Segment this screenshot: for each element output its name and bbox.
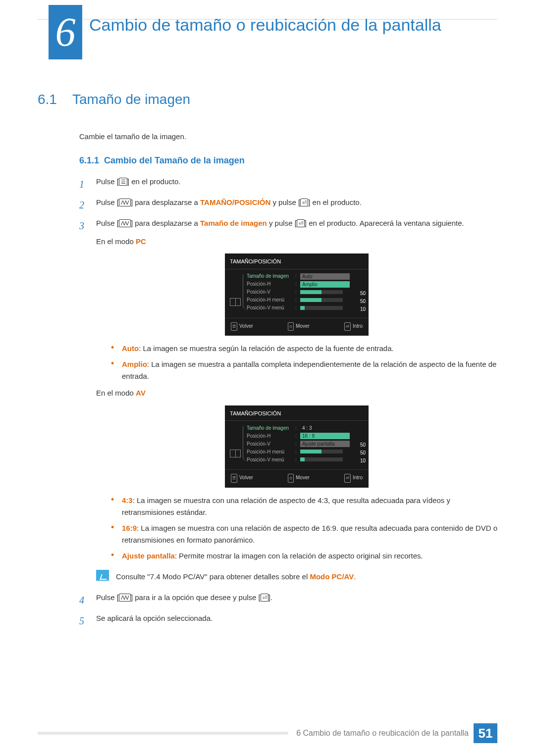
updown-icon: ᐱ/ᐯ [119,199,131,206]
page-footer: 6 Cambio de tamaño o reubicación de la p… [38,723,497,743]
bullet-text: : La imagen se muestra según la relación… [139,344,394,353]
section-heading: 6.1Tamaño de imagen [38,92,497,107]
bullet-icon: • [111,343,115,354]
osd-bar [300,298,343,302]
step-number: 5 [79,611,87,630]
step-text: Pulse [ᐱ/ᐯ] para ir a la opción que dese… [96,591,497,609]
text: ] para desplazarse a [131,219,200,227]
footer-text: 6 Cambio de tamaño o reubicación de la p… [296,729,469,738]
bullets-av: •4:3: La imagen se muestra con una relac… [111,495,497,562]
osd-title: TAMAÑO/POSICIÓN [225,405,369,421]
bullet-term: 4:3 [122,496,133,504]
enter-icon: ⏎ [300,199,308,206]
osd-value: 10 [360,304,366,314]
text: En el modo [96,237,136,246]
text: ] para desplazarse a [131,198,200,206]
text: y pulse [ [267,219,297,227]
updown-icon: ᐱ/ᐯ [119,219,131,227]
step-4: 4 Pulse [ᐱ/ᐯ] para ir a la opción que de… [79,591,497,609]
mode-pc: PC [136,237,146,246]
section-intro: Cambie el tamaño de la imagen. [79,132,497,141]
note-link: Modo PC/AV [310,572,354,581]
menu-icon: ☰ [119,178,127,186]
text: ] para ir a la opción que desee y pulse … [131,593,261,602]
text: . [354,572,356,581]
subsection-number: 6.1.1 [79,155,99,165]
step-5: 5 Se aplicará la opción seleccionada. [79,611,497,630]
step-text: Pulse [ᐱ/ᐯ] para desplazarse a TAMAÑO/PO… [96,196,497,214]
text: Consulte "7.4 Modo PC/AV" para obtener d… [116,572,310,581]
text: ]. [268,593,272,602]
osd-option: 4 : 3 [300,425,350,431]
enter-icon: ⏎ [297,219,305,227]
mode-av-line: En el modo AV [96,386,497,401]
osd-bar [300,306,343,310]
osd-foot-move: ◇Mover [288,473,310,482]
osd-foot-back: ☰Volver [231,321,253,331]
bullet-term: Amplio [122,360,147,368]
step-2: 2 Pulse [ᐱ/ᐯ] para desplazarse a TAMAÑO/… [79,196,497,214]
enter-icon: ⏎ [261,594,268,602]
text: ] en el producto. Aparecerá la ventana s… [305,219,464,227]
subsection-title: Cambio del Tamaño de la imagen [104,155,245,165]
text: ] en el producto. [127,177,181,186]
footer-rule [38,732,288,735]
step-text: Pulse [ᐱ/ᐯ] para desplazarse a Tamaño de… [96,216,497,589]
osd-foot-move: ◇Mover [288,321,310,331]
step-number: 2 [79,196,87,214]
bullet-term: 16:9 [122,524,137,532]
osd-bar [300,457,343,461]
text: Pulse [ [96,219,119,227]
section-number: 6.1 [38,92,72,107]
bullet-icon: • [111,522,115,546]
section-title: Tamaño de imagen [72,92,190,107]
bullet-text: : La imagen se muestra con una relación … [122,524,497,544]
osd-option: Ajuste pantalla [300,441,350,447]
osd-value: 10 [360,456,366,465]
osd-bar [300,450,343,454]
step-number: 4 [79,591,87,609]
text: Pulse [ [96,177,119,186]
text: Pulse [ [96,198,119,206]
mode-pc-line: En el modo PC [96,235,497,249]
target-label: TAMAÑO/POSICIÓN [200,198,270,206]
text: ] en el producto. [308,198,362,206]
subsection-heading: 6.1.1 Cambio del Tamaño de la imagen [79,155,497,166]
osd-panel-pc: TAMAÑO/POSICIÓN Tamaño de imagen: Auto P… [225,253,369,336]
text: y pulse [ [270,198,300,206]
osd-option: Auto [300,273,350,280]
bullet-text: : La imagen se muestra a pantalla comple… [122,360,496,380]
footer-page-number: 51 [474,723,497,743]
osd-foot-back: ☰Volver [231,473,253,482]
osd-panel-av: TAMAÑO/POSICIÓN Tamaño de imagen: 4 : 3 … [225,405,369,488]
osd-option-selected: 16 : 9 [300,433,350,439]
mode-av: AV [136,389,146,397]
step-number: 3 [79,216,87,589]
bullet-icon: • [111,358,115,382]
bullet-text: : Permite mostrar la imagen con la relac… [175,552,423,560]
bullet-term: Auto [122,344,139,353]
osd-row-label: Posición-V menú [247,455,292,464]
bullet-icon: • [111,550,115,562]
step-number: 1 [79,175,87,194]
osd-foot-enter: ⏎Intro [344,473,363,482]
step-text: Pulse [☰] en el producto. [96,175,497,194]
text: En el modo [96,389,136,397]
step-text: Se aplicará la opción seleccionada. [96,611,497,630]
osd-bar [300,290,343,294]
osd-foot-enter: ⏎Intro [344,321,363,331]
bullet-icon: • [111,495,115,518]
osd-side-icon [230,298,241,306]
note: Consulte "7.4 Modo PC/AV" para obtener d… [96,570,497,584]
osd-option-selected: Amplio [300,281,350,288]
step-1: 1 Pulse [☰] en el producto. [79,175,497,194]
step-3: 3 Pulse [ᐱ/ᐯ] para desplazarse a Tamaño … [79,216,497,589]
osd-side-icon [230,450,241,457]
text: Pulse [ [96,593,119,602]
target-label: Tamaño de imagen [200,219,267,227]
bullet-text: : La imagen se muestra con una relación … [122,496,450,516]
note-text: Consulte "7.4 Modo PC/AV" para obtener d… [116,570,356,584]
osd-row-label: Posición-V menú [247,303,292,312]
updown-icon: ᐱ/ᐯ [119,594,131,602]
note-icon [96,570,109,581]
